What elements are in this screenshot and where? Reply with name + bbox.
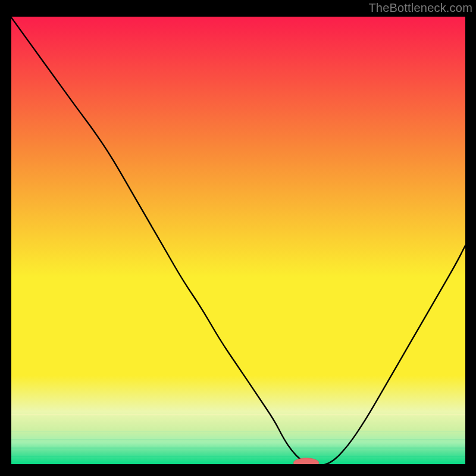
band-5	[11, 447, 465, 449]
band-2	[11, 422, 465, 424]
watermark-text: TheBottleneck.com	[368, 1, 472, 15]
band-1	[11, 414, 465, 415]
gradient-background	[11, 17, 465, 465]
bottleneck-chart	[11, 17, 465, 465]
band-4	[11, 439, 465, 440]
band-3	[11, 431, 465, 432]
chart-container: TheBottleneck.com	[0, 0, 476, 476]
band-6	[11, 456, 465, 457]
plot-area	[11, 17, 465, 465]
